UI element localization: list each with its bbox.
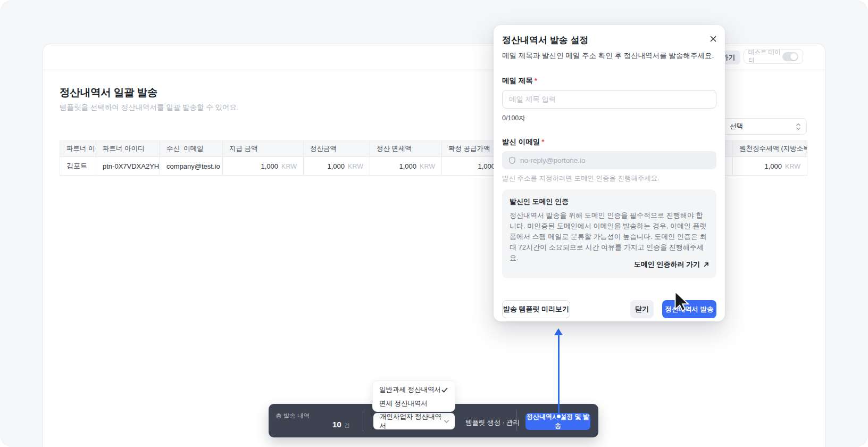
connector-dot	[555, 413, 562, 420]
template-select[interactable]: 개인사업자 정산내역서	[373, 413, 455, 429]
cell-tax-free-amount: 1,000KRW	[370, 157, 442, 176]
toolbar-divider	[363, 410, 363, 431]
mouse-cursor-icon	[669, 290, 694, 314]
col-tax-free-amount: 정산 면세액	[370, 141, 442, 157]
toggle-knob	[790, 53, 797, 60]
template-select-value: 개인사업자 정산내역서	[380, 412, 444, 431]
close-icon[interactable]	[707, 33, 719, 45]
filter-select[interactable]: 선택	[721, 118, 807, 135]
cell-recipient-email: company@test.io	[160, 157, 223, 176]
template-manage-link[interactable]: 템플릿 생성 · 관리	[465, 418, 520, 427]
email-subject-label: 메일 제목*	[502, 76, 537, 86]
email-subject-input[interactable]	[502, 90, 716, 109]
connector-line	[558, 334, 560, 415]
page-title: 정산내역서 일괄 발송	[60, 85, 157, 100]
menu-item-tax-free[interactable]: 면세 정산내역서	[373, 396, 455, 410]
infobox-title: 발신인 도메인 인증	[510, 197, 569, 206]
col-partner-name: 파트너 이름	[60, 141, 96, 157]
col-recipient-email: 수신 이메일	[160, 141, 223, 157]
test-data-pill: 테스트 데이터	[744, 49, 803, 64]
modal-close-button[interactable]: 닫기	[630, 300, 654, 318]
col-pay-amount: 지급 금액	[223, 141, 304, 157]
external-link-icon	[703, 262, 709, 268]
total-send-count: 10건	[276, 420, 350, 429]
required-asterisk: *	[541, 138, 544, 146]
modal-title: 정산내역서 발송 설정	[502, 34, 588, 46]
filter-select-value: 선택	[730, 122, 743, 131]
sender-email-label: 발신 이메일*	[502, 137, 545, 147]
cell-partner-name: 김포트	[60, 157, 96, 176]
chevron-down-icon	[444, 419, 449, 424]
sender-email-helper: 발신 주소를 지정하려면 도메인 인증을 진행해주세요.	[502, 174, 660, 183]
cell-settlement-amount: 1,000KRW	[304, 157, 370, 176]
toolbar-divider	[516, 410, 517, 431]
char-counter: 0/100자	[502, 114, 525, 123]
cell-pay-amount: 1,000KRW	[223, 157, 304, 176]
cell-partner-id: ptn-0X7VDXA2YH	[96, 157, 160, 176]
total-send-label: 총 발송 내역	[276, 412, 310, 420]
col-settlement-amount: 정산금액	[304, 141, 370, 157]
preview-template-button[interactable]: 발송 템플릿 미리보기	[502, 300, 570, 318]
go-domain-verify-link[interactable]: 도메인 인증하러 가기	[634, 260, 709, 269]
infobox-body: 정산내역서 발송을 위해 도메인 인증을 필수적으로 진행해야 합니다. 미인증…	[510, 210, 710, 263]
app-window: 가기 테스트 데이터 정산내역서 일괄 발송 템플릿을 선택하여 정산내역서를 …	[0, 0, 868, 447]
required-asterisk: *	[535, 77, 537, 85]
modal-subtitle: 메일 제목과 발신인 메일 주소 확인 후 정산내역서를 발송해주세요.	[502, 51, 714, 61]
sender-email-value: no-reply@portone.io	[520, 156, 586, 164]
menu-item-general-tax[interactable]: 일반과세 정산내역서	[373, 383, 455, 396]
sender-email-field: no-reply@portone.io	[502, 151, 716, 169]
test-data-toggle[interactable]	[782, 52, 798, 61]
cell-withholding-localtax: 1,000KRW	[733, 157, 807, 176]
domain-verify-infobox: 발신인 도메인 인증 정산내역서 발송을 위해 도메인 인증을 필수적으로 진행…	[502, 189, 716, 278]
page-subtitle: 템플릿을 선택하여 정산내역서를 일괄 발송할 수 있어요.	[60, 103, 239, 112]
shield-icon	[508, 156, 516, 164]
col-partner-id: 파트너 아이디	[96, 141, 160, 157]
check-icon	[441, 386, 448, 393]
test-data-label: 테스트 데이터	[748, 48, 782, 64]
updown-chevron-icon	[796, 123, 801, 130]
template-dropdown-menu: 일반과세 정산내역서 면세 정산내역서	[372, 380, 455, 412]
col-withholding-localtax: 원천징수세액 (지방소득세)	[733, 141, 807, 157]
